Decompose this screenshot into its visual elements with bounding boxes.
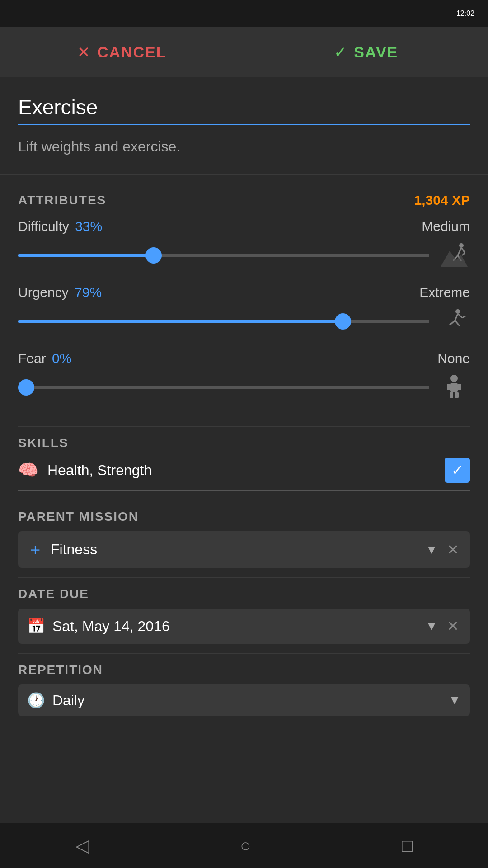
parent-mission-value: Fitness: [51, 541, 418, 558]
add-icon[interactable]: ＋: [27, 538, 43, 561]
repetition-section: REPETITION 🕐 Daily ▼: [18, 653, 470, 725]
urgency-thumb[interactable]: [335, 313, 351, 330]
date-due-title: DATE DUE: [18, 587, 89, 601]
svg-rect-14: [450, 383, 458, 392]
svg-rect-16: [458, 384, 461, 390]
repetition-row: 🕐 Daily ▼: [18, 684, 470, 716]
difficulty-label: Difficulty: [18, 219, 69, 234]
parent-mission-title: PARENT MISSION: [18, 509, 139, 524]
fear-thumb[interactable]: [18, 379, 34, 396]
xp-badge: 1,304 XP: [414, 193, 470, 208]
urgency-level: Extreme: [419, 285, 470, 300]
attributes-title: ATTRIBUTES: [18, 193, 106, 208]
skills-row: 🧠 Health, Strength ✓: [18, 458, 470, 491]
fear-label: Fear: [18, 351, 46, 366]
fear-pct: 0%: [52, 351, 71, 366]
date-due-remove[interactable]: ✕: [445, 616, 461, 637]
attributes-section: ATTRIBUTES 1,304 XP Difficulty 33% Mediu…: [18, 184, 470, 426]
repetition-value: Daily: [52, 692, 441, 709]
status-bar: 12:02: [0, 0, 488, 27]
urgency-label: Urgency: [18, 285, 69, 300]
cancel-icon: ✕: [77, 43, 90, 61]
svg-line-4: [461, 248, 465, 253]
urgency-icon: [438, 306, 470, 337]
urgency-pct: 79%: [75, 285, 102, 300]
skills-value: Health, Strength: [47, 462, 436, 479]
difficulty-labels: Difficulty 33% Medium: [18, 219, 470, 234]
urgency-fill: [18, 320, 343, 323]
svg-rect-15: [447, 384, 450, 390]
fear-slider-row: [18, 372, 470, 403]
urgency-row: Urgency 79% Extreme: [18, 285, 470, 337]
date-due-value: Sat, May 14, 2016: [52, 618, 418, 635]
brain-icon: 🧠: [18, 461, 38, 480]
urgency-slider-row: [18, 306, 470, 337]
svg-line-5: [462, 253, 465, 255]
svg-rect-18: [455, 392, 459, 398]
parent-mission-dropdown[interactable]: ▼: [425, 542, 438, 557]
save-button[interactable]: ✓ SAVE: [244, 27, 488, 77]
fear-level: None: [437, 351, 470, 366]
svg-line-12: [462, 316, 465, 318]
calendar-icon: 📅: [27, 618, 45, 635]
difficulty-slider-row: [18, 240, 470, 271]
status-time: 12:02: [456, 9, 474, 18]
repetition-title: REPETITION: [18, 663, 103, 677]
fear-row: Fear 0% None: [18, 351, 470, 403]
date-due-row: 📅 Sat, May 14, 2016 ▼ ✕: [18, 609, 470, 644]
svg-point-7: [455, 309, 460, 314]
skills-title: SKILLS: [18, 436, 69, 450]
menu-nav-icon[interactable]: □: [402, 835, 413, 856]
svg-line-8: [455, 314, 458, 321]
urgency-labels: Urgency 79% Extreme: [18, 285, 470, 300]
check-icon: ✓: [451, 462, 464, 479]
urgency-track: [18, 320, 429, 323]
description-input[interactable]: [18, 134, 470, 160]
cancel-label: CANCEL: [97, 43, 167, 61]
cancel-button[interactable]: ✕ CANCEL: [0, 27, 244, 77]
main-content: ATTRIBUTES 1,304 XP Difficulty 33% Mediu…: [0, 77, 488, 779]
difficulty-fill: [18, 254, 154, 257]
skills-section: SKILLS 🧠 Health, Strength ✓: [18, 426, 470, 500]
svg-line-1: [458, 248, 461, 255]
back-nav-icon[interactable]: ◁: [75, 835, 89, 856]
svg-line-11: [458, 314, 462, 318]
difficulty-row: Difficulty 33% Medium: [18, 219, 470, 271]
difficulty-icon: [438, 240, 470, 271]
parent-mission-row: ＋ Fitness ▼ ✕: [18, 531, 470, 568]
parent-mission-remove[interactable]: ✕: [445, 539, 461, 560]
title-input[interactable]: [18, 90, 470, 125]
svg-line-9: [450, 321, 455, 325]
skills-checkbox[interactable]: ✓: [445, 458, 470, 483]
home-nav-icon[interactable]: ○: [240, 835, 251, 856]
clock-icon: 🕐: [27, 692, 45, 709]
date-due-section: DATE DUE 📅 Sat, May 14, 2016 ▼ ✕: [18, 577, 470, 653]
svg-point-0: [459, 243, 464, 248]
svg-rect-17: [450, 392, 453, 398]
divider-1: [0, 174, 488, 175]
difficulty-level: Medium: [422, 219, 470, 234]
parent-mission-section: PARENT MISSION ＋ Fitness ▼ ✕: [18, 500, 470, 577]
fear-icon: [438, 372, 470, 403]
difficulty-thumb[interactable]: [145, 247, 162, 264]
svg-line-10: [455, 321, 460, 326]
save-label: SAVE: [354, 43, 398, 61]
nav-bar: ◁ ○ □: [0, 823, 488, 868]
difficulty-pct: 33%: [75, 219, 102, 234]
fear-labels: Fear 0% None: [18, 351, 470, 366]
svg-point-13: [450, 375, 458, 382]
action-bar: ✕ CANCEL ✓ SAVE: [0, 27, 488, 77]
save-icon: ✓: [334, 43, 347, 61]
fear-track: [18, 386, 429, 389]
repetition-dropdown[interactable]: ▼: [448, 693, 461, 708]
difficulty-track: [18, 254, 429, 257]
attributes-header: ATTRIBUTES 1,304 XP: [18, 193, 470, 208]
date-due-dropdown[interactable]: ▼: [425, 619, 438, 633]
